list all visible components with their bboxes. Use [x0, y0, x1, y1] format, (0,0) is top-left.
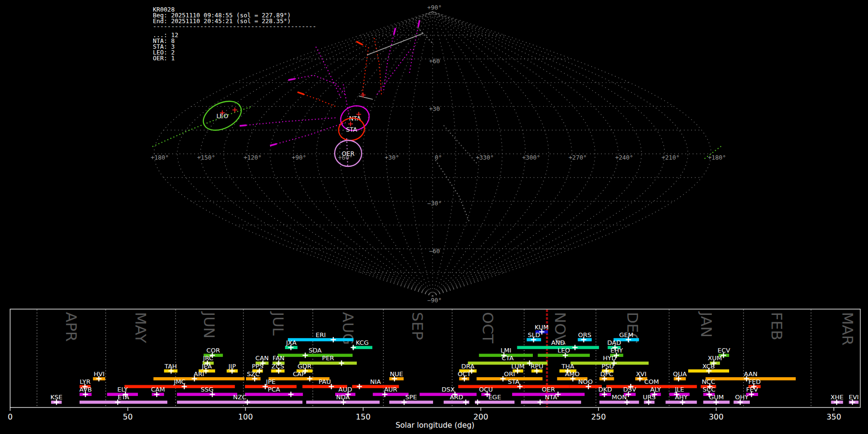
meteor-trail: [377, 49, 411, 95]
shower-code-label: NCC: [702, 378, 715, 385]
x-tick-label: 50: [123, 412, 133, 421]
shower-code-label: NTA: [545, 393, 557, 401]
x-tick-label: 200: [474, 412, 488, 421]
peak-marker: [307, 376, 312, 381]
shower-code-label: AHY: [675, 393, 688, 401]
shower-code-label: CAP: [293, 370, 305, 378]
meteor-trail: [444, 125, 477, 164]
month-label-feb: FEB: [768, 312, 786, 340]
meteor-trail: [435, 160, 470, 223]
activity-bar: [521, 401, 581, 404]
month-label-may: MAY: [132, 312, 149, 343]
x-tick-label: 150: [356, 412, 371, 421]
month-label-jan: JAN: [698, 311, 715, 338]
activity-bar: [278, 354, 353, 357]
shower-activity-hvi: HVI: [93, 370, 105, 381]
peak-marker: [339, 361, 344, 366]
shower-activity-ege: EGE: [475, 393, 515, 405]
shower-activity-urs: URS: [643, 393, 656, 405]
shower-code-label: STA: [508, 378, 519, 385]
meteor-trail: [316, 47, 341, 99]
activity-bar: [599, 401, 639, 404]
shower-code-label: DSV: [623, 386, 636, 393]
grid-meridian: [433, 12, 688, 296]
ra-label: +120°: [244, 154, 262, 161]
shower-code-label: KCG: [356, 339, 369, 346]
shower-activity-zcs: ZCS: [271, 363, 285, 374]
activity-bar: [475, 401, 515, 404]
shower-code-label: JRC: [203, 354, 213, 362]
peak-marker: [463, 400, 468, 405]
latitude-label: −30°: [427, 200, 442, 207]
peak-marker: [303, 353, 308, 358]
shower-code-label: JLE: [674, 386, 684, 393]
meteor-trail: [270, 122, 346, 146]
meteor-trail-head: [240, 125, 246, 126]
shower-activity-oct: OCT: [458, 370, 471, 381]
shower-code-label: AUD: [339, 386, 352, 393]
peak-marker: [351, 345, 356, 350]
meteor-trail: [374, 38, 381, 95]
shower-code-label: FED: [748, 378, 761, 385]
shower-activity-tah: TAH: [164, 363, 177, 374]
peak-marker: [331, 337, 336, 342]
shower-activity-jip: JIP: [227, 363, 238, 374]
shower-code-label: PER: [322, 354, 334, 362]
shower-code-label: SSG: [201, 386, 214, 393]
ra-label: +270°: [569, 154, 587, 161]
shower-code-label: SZC: [247, 370, 259, 378]
shower-code-label: OCU: [479, 386, 493, 393]
shower-code-label: COM: [644, 378, 659, 385]
x-tick-label: 100: [238, 412, 253, 421]
radiant-label-sta: STA: [346, 126, 357, 133]
shower-code-label: OER: [542, 386, 555, 393]
month-label-mar: MAR: [839, 312, 856, 346]
peak-marker: [475, 400, 480, 405]
shower-code-label: LMI: [501, 347, 511, 354]
peak-marker: [288, 392, 294, 397]
shower-code-label: LEO: [557, 347, 570, 354]
shower-code-label: QUA: [673, 370, 687, 378]
shower-code-label: PAU: [319, 378, 331, 385]
shower-code-label: PSU: [601, 363, 614, 370]
shower-code-label: ARI: [194, 370, 204, 378]
shower-code-label: PCA: [268, 386, 280, 393]
peak-marker: [357, 384, 362, 389]
shower-code-label: NZC: [233, 393, 246, 401]
meteor-trail-head: [288, 79, 295, 80]
radiant-label-leo: LEO: [217, 112, 229, 120]
shower-activity-dkd: DKD: [598, 386, 612, 397]
activity-bar: [420, 393, 476, 396]
activity-bar: [153, 377, 244, 380]
peak-marker: [538, 400, 543, 405]
activity-bar: [569, 385, 602, 388]
radiant-label-oer: OER: [342, 150, 355, 157]
shower-code-label: AUR: [384, 386, 397, 393]
x-tick-label: 0: [8, 412, 13, 421]
shower-activity-ohy: OHY: [733, 393, 750, 405]
meteor-radiant-report: +90°+60+30−30°−60−90°+180°+150°+120°+90°…: [0, 0, 868, 434]
scene-canvas: +90°+60+30−30°−60−90°+180°+150°+120°+90°…: [0, 0, 868, 434]
shower-code-label: GEM: [619, 331, 634, 339]
month-label-jun: JUN: [201, 311, 218, 339]
shower-code-label: ETA: [118, 393, 129, 401]
shower-code-label: AMO: [565, 370, 580, 378]
separator-line: ----------------------------------------…: [153, 23, 316, 30]
shower-code-label: AND: [551, 339, 565, 346]
shower-code-label: XVI: [636, 370, 647, 378]
shower-code-label: NUE: [390, 370, 403, 378]
meteor-trail: [359, 96, 373, 99]
latitude-label: −60: [429, 247, 440, 255]
ra-label: +300°: [522, 154, 541, 161]
shower-activity-ors: ORS: [578, 331, 592, 342]
ra-label: +30°: [385, 154, 399, 161]
ra-label: +210°: [662, 154, 680, 161]
ra-label: +90°: [292, 154, 306, 161]
shower-code-label: MON: [612, 393, 627, 401]
shower-code-label: PPS: [252, 363, 263, 370]
shower-code-label: JPE: [266, 378, 276, 385]
shower-activity-kse: KSE: [50, 393, 62, 405]
shower-code-label: JMC: [174, 378, 186, 385]
meteor-trail-head: [394, 28, 395, 35]
meteor-trail-head: [418, 20, 420, 27]
